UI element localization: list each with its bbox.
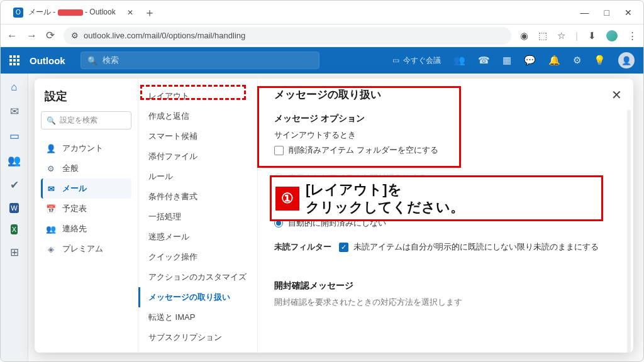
app-rail: ⌂ ✉ ▭ 👥 ✔ W X ⊞ [1,74,28,361]
category-icon: ✉ [46,184,56,194]
chat-icon[interactable]: 💬 [524,55,536,66]
calendar-rail-icon[interactable]: ▭ [9,129,19,143]
category-icon: 📅 [46,204,56,214]
browser-tab[interactable]: O メール - - Outlook ✕ [6,3,141,21]
settings-title: 設定 [41,87,131,111]
reload-icon[interactable]: ⟳ [46,29,55,42]
meet-now-button[interactable]: ▭ 今すぐ会議 [392,55,441,66]
settings-icon[interactable]: ⚙ [573,55,581,66]
radio-icon[interactable] [274,219,283,228]
settings-subnav-column: レイアウト作成と返信スマート候補添付ファイルルール条件付き書式一括処理迷惑メール… [138,79,258,353]
category-icon: 👥 [46,224,56,234]
page-title: メッセージの取り扱い [274,87,617,102]
settings-category-5[interactable]: ◈プレミアム [41,239,131,259]
search-placeholder: 検索 [103,55,119,66]
profile-icon[interactable] [606,30,618,41]
notifications-icon[interactable]: 🔔 [548,55,560,66]
mark-read-option-4[interactable]: 自動的に開封済みにしない [274,217,617,229]
new-tab-button[interactable]: ＋ [141,4,158,21]
app-launcher-icon[interactable] [9,55,19,65]
unread-filter-row[interactable]: 未読フィルター ✓ 未読アイテムは自分が明示的に既読にしない限り未読のままにする [274,241,617,253]
forward-icon[interactable]: → [26,30,37,42]
settings-category-2[interactable]: ✉メール [41,178,131,199]
settings-category-4[interactable]: 👥連絡先 [41,219,131,239]
settings-subitem[interactable]: クイック操作 [138,247,257,267]
more-apps-icon[interactable]: ⊞ [10,246,19,259]
category-icon: ⚙ [46,164,56,173]
mark-read-option-2[interactable]: 表示されたアイテムを 5 秒後に開封済みにする [274,187,617,199]
section-message-options: メッセージ オプション [274,113,617,124]
search-icon: 🔍 [47,116,56,125]
settings-subitem[interactable]: 転送と IMAP [138,307,257,327]
home-icon[interactable]: ⌂ [11,81,17,94]
search-icon: 🔍 [87,56,97,65]
mark-read-option-3[interactable]: 別のアイテムを選択したときに開封済みにする [274,202,617,214]
settings-subitem[interactable]: スマート候補 [138,126,257,146]
settings-search-input[interactable]: 🔍 設定を検索 [41,111,131,129]
browser-titlebar: O メール - - Outlook ✕ ＋ — □ ✕ [1,1,643,25]
checkbox-icon[interactable]: ✓ [339,243,348,252]
settings-subitem[interactable]: サブスクリプション [138,327,257,348]
word-rail-icon[interactable]: W [9,203,18,213]
brand-name: Outlook [30,55,65,66]
tab-title-prefix: メール - [28,8,58,16]
minimize-icon[interactable]: — [580,8,589,18]
radio-icon[interactable] [274,204,283,212]
section-read-receipts: 開封確認メッセージ [274,280,617,292]
settings-subitem[interactable]: 作成と返信 [138,106,257,126]
grid-icon[interactable]: ▦ [502,55,511,66]
phone-icon[interactable]: ☎ [478,55,490,66]
settings-category-1[interactable]: ⚙全般 [41,158,131,178]
tips-icon[interactable]: 💡 [594,55,606,66]
menu-icon[interactable]: ⋮ [628,30,637,41]
settings-subitem[interactable]: ルール [138,167,257,187]
avatar[interactable]: 👤 [618,52,635,69]
bookmark-icon[interactable]: ☆ [557,30,565,41]
settings-subitem[interactable]: 一括処理 [138,207,257,227]
search-input[interactable]: 🔍 検索 [80,52,319,69]
mail-rail-icon[interactable]: ✉ [10,105,19,118]
scrollbar[interactable] [627,110,631,353]
window-close-icon[interactable]: ✕ [625,8,632,18]
outlook-favicon-icon: O [13,8,23,18]
site-settings-icon[interactable]: ⚙ [71,31,79,40]
excel-rail-icon[interactable]: X [11,224,18,234]
radio-icon[interactable] [274,189,283,197]
settings-category-0[interactable]: 👤アカウント [41,138,131,158]
close-settings-button[interactable]: ✕ [611,87,622,102]
settings-subitem[interactable]: 迷惑メール [138,227,257,247]
settings-panel: 設定 🔍 設定を検索 👤アカウント⚙全般✉メール📅予定表👥連絡先◈プレミアム レ… [35,79,633,353]
mark-read-option-1[interactable]: 表示されたアイテムを開封済みにする [274,172,617,184]
redacted-name [58,9,83,16]
outlook-header: Outlook 🔍 検索 ▭ 今すぐ会議 👥 ☎ ▦ 💬 🔔 ⚙ 💡 👤 [1,47,643,74]
address-input[interactable]: ⚙ outlook.live.com/mail/0/options/mail/h… [64,27,511,45]
empty-deleted-checkbox-row[interactable]: 削除済みアイテム フォルダーを空にする [274,145,617,156]
checkbox-icon[interactable] [274,146,284,155]
eye-icon[interactable]: ◉ [520,30,528,41]
url-text: outlook.live.com/mail/0/options/mail/han… [84,31,245,40]
settings-subitem[interactable]: 条件付き書式 [138,187,257,207]
todo-rail-icon[interactable]: ✔ [10,178,19,192]
settings-subitem[interactable]: メッセージの取り扱い [138,287,257,307]
teams-icon[interactable]: 👥 [453,55,465,66]
back-icon[interactable]: ← [7,30,18,42]
read-receipts-desc: 開封確認を要求されたときの対応方法を選択します [274,297,617,308]
category-icon: 👤 [46,144,56,153]
settings-subitem[interactable]: 添付ファイル [138,146,257,167]
settings-category-3[interactable]: 📅予定表 [41,199,131,219]
tab-title-suffix: - Outlook [83,8,116,16]
download-icon[interactable]: ⬇ [588,30,596,41]
settings-subitem[interactable]: アクションのカスタマイズ [138,267,257,287]
settings-category-column: 設定 🔍 設定を検索 👤アカウント⚙全般✉メール📅予定表👥連絡先◈プレミアム [35,79,138,353]
settings-content-column: メッセージの取り扱い メッセージ オプション サインアウトするとき 削除済みアイ… [258,79,633,353]
radio-icon[interactable] [274,173,283,182]
settings-subitem[interactable]: レイアウト [138,86,257,106]
signout-label: サインアウトするとき [274,129,617,141]
people-rail-icon[interactable]: 👥 [8,154,21,167]
browser-address-bar: ← → ⟳ ⚙ outlook.live.com/mail/0/options/… [1,25,643,47]
extension-icon[interactable]: ⬚ [538,30,547,41]
category-icon: ◈ [46,244,56,254]
close-icon[interactable]: ✕ [127,8,133,17]
video-icon: ▭ [392,56,399,65]
maximize-icon[interactable]: □ [604,8,609,18]
